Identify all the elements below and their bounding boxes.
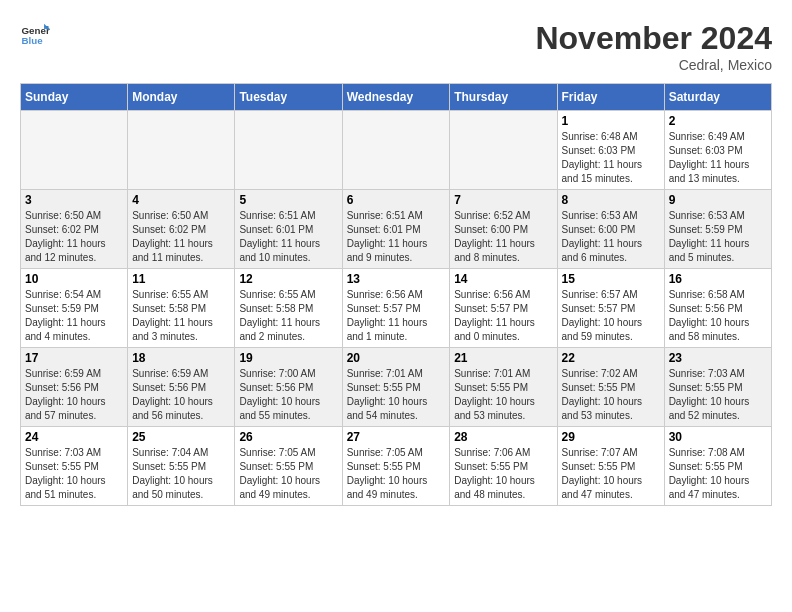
calendar-cell: 17Sunrise: 6:59 AM Sunset: 5:56 PM Dayli… xyxy=(21,348,128,427)
calendar-cell: 21Sunrise: 7:01 AM Sunset: 5:55 PM Dayli… xyxy=(450,348,557,427)
day-info: Sunrise: 7:02 AM Sunset: 5:55 PM Dayligh… xyxy=(562,367,660,423)
calendar-cell xyxy=(21,111,128,190)
day-number: 29 xyxy=(562,430,660,444)
day-number: 16 xyxy=(669,272,767,286)
calendar-cell: 26Sunrise: 7:05 AM Sunset: 5:55 PM Dayli… xyxy=(235,427,342,506)
day-number: 17 xyxy=(25,351,123,365)
calendar-cell: 9Sunrise: 6:53 AM Sunset: 5:59 PM Daylig… xyxy=(664,190,771,269)
calendar-cell: 5Sunrise: 6:51 AM Sunset: 6:01 PM Daylig… xyxy=(235,190,342,269)
calendar-cell: 24Sunrise: 7:03 AM Sunset: 5:55 PM Dayli… xyxy=(21,427,128,506)
day-info: Sunrise: 6:50 AM Sunset: 6:02 PM Dayligh… xyxy=(25,209,123,265)
page-header: General Blue November 2024 Cedral, Mexic… xyxy=(20,20,772,73)
day-number: 7 xyxy=(454,193,552,207)
calendar-table: SundayMondayTuesdayWednesdayThursdayFrid… xyxy=(20,83,772,506)
day-info: Sunrise: 7:03 AM Sunset: 5:55 PM Dayligh… xyxy=(25,446,123,502)
calendar-week-row: 1Sunrise: 6:48 AM Sunset: 6:03 PM Daylig… xyxy=(21,111,772,190)
calendar-cell: 2Sunrise: 6:49 AM Sunset: 6:03 PM Daylig… xyxy=(664,111,771,190)
day-header-sunday: Sunday xyxy=(21,84,128,111)
day-number: 25 xyxy=(132,430,230,444)
calendar-cell: 30Sunrise: 7:08 AM Sunset: 5:55 PM Dayli… xyxy=(664,427,771,506)
calendar-cell: 16Sunrise: 6:58 AM Sunset: 5:56 PM Dayli… xyxy=(664,269,771,348)
calendar-cell: 29Sunrise: 7:07 AM Sunset: 5:55 PM Dayli… xyxy=(557,427,664,506)
calendar-header-row: SundayMondayTuesdayWednesdayThursdayFrid… xyxy=(21,84,772,111)
logo: General Blue xyxy=(20,20,50,50)
calendar-cell: 20Sunrise: 7:01 AM Sunset: 5:55 PM Dayli… xyxy=(342,348,450,427)
day-number: 20 xyxy=(347,351,446,365)
day-info: Sunrise: 6:59 AM Sunset: 5:56 PM Dayligh… xyxy=(132,367,230,423)
day-header-wednesday: Wednesday xyxy=(342,84,450,111)
day-number: 30 xyxy=(669,430,767,444)
day-number: 8 xyxy=(562,193,660,207)
svg-text:Blue: Blue xyxy=(22,35,44,46)
day-info: Sunrise: 7:04 AM Sunset: 5:55 PM Dayligh… xyxy=(132,446,230,502)
day-info: Sunrise: 7:00 AM Sunset: 5:56 PM Dayligh… xyxy=(239,367,337,423)
day-info: Sunrise: 6:56 AM Sunset: 5:57 PM Dayligh… xyxy=(347,288,446,344)
day-number: 12 xyxy=(239,272,337,286)
calendar-cell xyxy=(450,111,557,190)
day-info: Sunrise: 6:52 AM Sunset: 6:00 PM Dayligh… xyxy=(454,209,552,265)
calendar-week-row: 24Sunrise: 7:03 AM Sunset: 5:55 PM Dayli… xyxy=(21,427,772,506)
day-header-friday: Friday xyxy=(557,84,664,111)
day-info: Sunrise: 7:07 AM Sunset: 5:55 PM Dayligh… xyxy=(562,446,660,502)
day-number: 9 xyxy=(669,193,767,207)
day-number: 28 xyxy=(454,430,552,444)
day-number: 3 xyxy=(25,193,123,207)
day-number: 11 xyxy=(132,272,230,286)
calendar-week-row: 10Sunrise: 6:54 AM Sunset: 5:59 PM Dayli… xyxy=(21,269,772,348)
calendar-cell: 8Sunrise: 6:53 AM Sunset: 6:00 PM Daylig… xyxy=(557,190,664,269)
calendar-cell xyxy=(235,111,342,190)
day-header-saturday: Saturday xyxy=(664,84,771,111)
calendar-cell: 19Sunrise: 7:00 AM Sunset: 5:56 PM Dayli… xyxy=(235,348,342,427)
day-info: Sunrise: 6:53 AM Sunset: 5:59 PM Dayligh… xyxy=(669,209,767,265)
calendar-cell: 23Sunrise: 7:03 AM Sunset: 5:55 PM Dayli… xyxy=(664,348,771,427)
day-info: Sunrise: 6:55 AM Sunset: 5:58 PM Dayligh… xyxy=(132,288,230,344)
calendar-cell: 27Sunrise: 7:05 AM Sunset: 5:55 PM Dayli… xyxy=(342,427,450,506)
day-header-monday: Monday xyxy=(128,84,235,111)
day-info: Sunrise: 6:51 AM Sunset: 6:01 PM Dayligh… xyxy=(239,209,337,265)
day-number: 26 xyxy=(239,430,337,444)
day-info: Sunrise: 6:55 AM Sunset: 5:58 PM Dayligh… xyxy=(239,288,337,344)
calendar-cell: 10Sunrise: 6:54 AM Sunset: 5:59 PM Dayli… xyxy=(21,269,128,348)
calendar-cell: 13Sunrise: 6:56 AM Sunset: 5:57 PM Dayli… xyxy=(342,269,450,348)
day-number: 19 xyxy=(239,351,337,365)
day-info: Sunrise: 7:08 AM Sunset: 5:55 PM Dayligh… xyxy=(669,446,767,502)
day-info: Sunrise: 7:05 AM Sunset: 5:55 PM Dayligh… xyxy=(239,446,337,502)
day-info: Sunrise: 7:03 AM Sunset: 5:55 PM Dayligh… xyxy=(669,367,767,423)
calendar-week-row: 3Sunrise: 6:50 AM Sunset: 6:02 PM Daylig… xyxy=(21,190,772,269)
month-title: November 2024 xyxy=(535,20,772,57)
day-info: Sunrise: 7:01 AM Sunset: 5:55 PM Dayligh… xyxy=(347,367,446,423)
day-number: 6 xyxy=(347,193,446,207)
calendar-cell: 22Sunrise: 7:02 AM Sunset: 5:55 PM Dayli… xyxy=(557,348,664,427)
calendar-cell: 25Sunrise: 7:04 AM Sunset: 5:55 PM Dayli… xyxy=(128,427,235,506)
calendar-cell xyxy=(342,111,450,190)
day-number: 10 xyxy=(25,272,123,286)
day-info: Sunrise: 6:48 AM Sunset: 6:03 PM Dayligh… xyxy=(562,130,660,186)
calendar-cell: 28Sunrise: 7:06 AM Sunset: 5:55 PM Dayli… xyxy=(450,427,557,506)
calendar-cell: 4Sunrise: 6:50 AM Sunset: 6:02 PM Daylig… xyxy=(128,190,235,269)
calendar-cell: 12Sunrise: 6:55 AM Sunset: 5:58 PM Dayli… xyxy=(235,269,342,348)
day-info: Sunrise: 6:59 AM Sunset: 5:56 PM Dayligh… xyxy=(25,367,123,423)
day-number: 18 xyxy=(132,351,230,365)
logo-icon: General Blue xyxy=(20,20,50,50)
day-header-thursday: Thursday xyxy=(450,84,557,111)
day-number: 21 xyxy=(454,351,552,365)
calendar-cell xyxy=(128,111,235,190)
day-number: 27 xyxy=(347,430,446,444)
calendar-cell: 3Sunrise: 6:50 AM Sunset: 6:02 PM Daylig… xyxy=(21,190,128,269)
day-number: 15 xyxy=(562,272,660,286)
day-header-tuesday: Tuesday xyxy=(235,84,342,111)
day-info: Sunrise: 6:58 AM Sunset: 5:56 PM Dayligh… xyxy=(669,288,767,344)
day-info: Sunrise: 6:51 AM Sunset: 6:01 PM Dayligh… xyxy=(347,209,446,265)
day-info: Sunrise: 7:06 AM Sunset: 5:55 PM Dayligh… xyxy=(454,446,552,502)
calendar-cell: 14Sunrise: 6:56 AM Sunset: 5:57 PM Dayli… xyxy=(450,269,557,348)
calendar-cell: 15Sunrise: 6:57 AM Sunset: 5:57 PM Dayli… xyxy=(557,269,664,348)
day-info: Sunrise: 6:56 AM Sunset: 5:57 PM Dayligh… xyxy=(454,288,552,344)
day-info: Sunrise: 6:57 AM Sunset: 5:57 PM Dayligh… xyxy=(562,288,660,344)
calendar-cell: 7Sunrise: 6:52 AM Sunset: 6:00 PM Daylig… xyxy=(450,190,557,269)
title-block: November 2024 Cedral, Mexico xyxy=(535,20,772,73)
day-info: Sunrise: 7:05 AM Sunset: 5:55 PM Dayligh… xyxy=(347,446,446,502)
day-info: Sunrise: 6:49 AM Sunset: 6:03 PM Dayligh… xyxy=(669,130,767,186)
calendar-cell: 6Sunrise: 6:51 AM Sunset: 6:01 PM Daylig… xyxy=(342,190,450,269)
calendar-week-row: 17Sunrise: 6:59 AM Sunset: 5:56 PM Dayli… xyxy=(21,348,772,427)
day-number: 1 xyxy=(562,114,660,128)
